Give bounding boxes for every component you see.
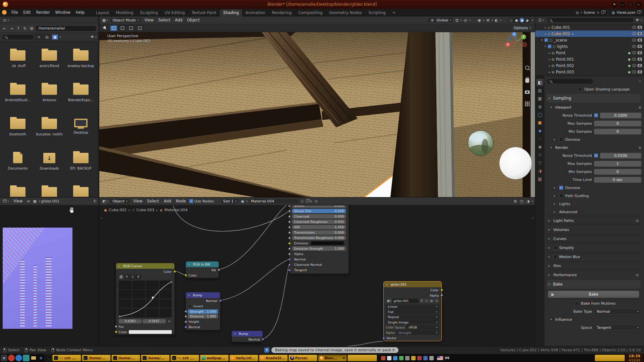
disable-in-render-icon[interactable] bbox=[638, 51, 642, 54]
particles-properties-tab[interactable] bbox=[536, 135, 543, 142]
outliner-row[interactable]: ▸ ✓ △ ▢ ◎ Point ◆ ● bbox=[535, 50, 644, 56]
disable-in-render-icon[interactable] bbox=[638, 70, 642, 73]
forward-icon[interactable]: → bbox=[9, 26, 14, 31]
panel-checkbox[interactable] bbox=[553, 255, 557, 259]
material-slot-dropdown[interactable]: Slot 1 bbox=[221, 198, 239, 204]
hide-in-viewport-icon[interactable] bbox=[632, 70, 636, 73]
fake-user-shield-icon[interactable]: ◇ bbox=[424, 299, 429, 303]
viewport-subpanel-header[interactable]: Viewport ≣ bbox=[546, 103, 641, 111]
outliner-row[interactable]: ▸ ✓ △ ▢ ◎ Cube.001 ◆ ● bbox=[535, 24, 644, 31]
object-properties-tab[interactable] bbox=[536, 119, 543, 126]
preset-icon[interactable]: ≣ bbox=[636, 219, 639, 223]
panel-checkbox[interactable] bbox=[553, 246, 557, 250]
tray-icon[interactable] bbox=[417, 356, 422, 360]
collection-checkbox[interactable]: ✓ bbox=[544, 38, 548, 42]
input-socket[interactable] bbox=[288, 205, 291, 207]
keyboard-layout-flag-icon[interactable] bbox=[437, 356, 443, 360]
properties-panel-header[interactable]: Simplify ≣ bbox=[546, 243, 641, 252]
taskbar-window-button[interactable]: ~: zsh ... bbox=[170, 355, 199, 361]
distance-slider[interactable]: Distance 1.000 bbox=[188, 314, 218, 318]
use-nodes-checkbox[interactable]: ✓ bbox=[189, 199, 193, 203]
viewport-3d-scene[interactable]: X Y Z bbox=[99, 32, 535, 197]
editor-type-selector[interactable]: 🗀 bbox=[2, 18, 10, 22]
taskbar-window-button[interactable]: ~: zsh ... bbox=[52, 355, 81, 361]
workspace-tab[interactable]: Layout bbox=[93, 9, 112, 16]
rgb-curves-node[interactable]: RGB Curves Color C R G B bbox=[116, 263, 175, 335]
node-canvas[interactable]: ▣ Cube.002 ▽ Cube.003 ◉ Material.004 › ‹ bbox=[99, 205, 535, 346]
invert-checkbox[interactable] bbox=[189, 304, 192, 308]
vector-input-socket[interactable] bbox=[382, 337, 385, 340]
taskbar-window-button[interactable]: wallpap... bbox=[200, 355, 229, 361]
color-output-socket[interactable] bbox=[440, 289, 443, 291]
render-min-samples-field[interactable]: 0 bbox=[594, 169, 641, 175]
taskbar-window-button[interactable]: Parsec bbox=[288, 355, 317, 361]
input-socket[interactable] bbox=[288, 253, 291, 255]
image-name-field[interactable]: glider.001 bbox=[392, 299, 419, 303]
node-overlay-icon[interactable]: ◳ bbox=[519, 199, 524, 203]
hide-in-viewport-icon[interactable] bbox=[632, 32, 636, 35]
principled-input-row[interactable]: Sheen 0.000 bbox=[292, 205, 346, 208]
path-guiding-checkbox[interactable] bbox=[559, 194, 563, 198]
curve-channel-button[interactable]: B bbox=[136, 275, 141, 279]
render-noise-threshold-checkbox[interactable]: ✓ bbox=[594, 154, 598, 158]
outliner-row[interactable]: ▸ ✓ △ ▢ ◎ Cube.002 ◆ ● bbox=[535, 31, 644, 37]
shader-editor-menu[interactable]: Add bbox=[161, 198, 173, 204]
shading-rendered-icon[interactable]: ◕ bbox=[525, 18, 530, 22]
workspace-tab[interactable]: Scripting bbox=[365, 9, 389, 16]
curve-channel-button[interactable]: G bbox=[130, 275, 135, 279]
source-dropdown[interactable]: Single Image bbox=[386, 320, 439, 324]
object-data-properties-tab[interactable] bbox=[536, 159, 543, 166]
disable-in-render-icon[interactable] bbox=[638, 64, 642, 67]
folder-icon[interactable] bbox=[30, 355, 37, 361]
outliner-row[interactable]: ▸ ✓ △ ▢ ◎ Point.002 ◆ ● bbox=[535, 62, 644, 69]
sampling-panel-header[interactable]: Sampling bbox=[546, 94, 641, 103]
display-thumbnails-icon[interactable]: ▦ bbox=[52, 34, 58, 40]
delete-point-icon[interactable] bbox=[167, 319, 172, 323]
glider-image-preview[interactable] bbox=[3, 228, 72, 329]
properties-panel-header[interactable]: Curves ≣ bbox=[546, 234, 641, 243]
close-icon[interactable]: × bbox=[636, 2, 641, 7]
expand-arrow-icon[interactable]: ▸ bbox=[549, 51, 550, 55]
pin-icon[interactable]: ⊙ bbox=[314, 199, 319, 203]
render-denoise-panel[interactable]: ✓ Denoise bbox=[546, 184, 641, 192]
file-browser-folder[interactable]: busybox_rootfs bbox=[34, 114, 65, 148]
bump-node[interactable]: Bump Normal Invert Strength 1.000 Distan… bbox=[185, 292, 220, 330]
terminal-icon[interactable]: ›_ bbox=[45, 355, 52, 361]
create-directory-icon[interactable]: ⊞ bbox=[29, 26, 34, 31]
properties-panel-header[interactable]: Motion Blur ≣ bbox=[546, 252, 641, 261]
tray-icon[interactable] bbox=[399, 356, 404, 360]
display-horizontal-list-icon[interactable]: ▤ bbox=[44, 34, 50, 40]
image-name[interactable]: glider.001 bbox=[41, 199, 59, 203]
file-browser-folder[interactable]: _cb_stuff bbox=[2, 46, 34, 80]
input-socket[interactable] bbox=[288, 237, 291, 239]
refresh-image-icon[interactable]: ↻ bbox=[94, 199, 97, 203]
expand-arrow-icon[interactable]: ▸ bbox=[545, 26, 546, 29]
image-editor-canvas[interactable] bbox=[0, 205, 99, 346]
viewport-denoise-checkbox[interactable] bbox=[559, 137, 563, 141]
interpolation-dropdown[interactable]: Linear bbox=[386, 304, 439, 309]
input-socket[interactable] bbox=[288, 226, 291, 229]
taskbar-window-button[interactable]: /home/... bbox=[82, 355, 111, 361]
overlays-icon[interactable]: ◐ bbox=[494, 18, 499, 22]
physics-properties-tab[interactable] bbox=[536, 143, 543, 150]
height-input-socket[interactable] bbox=[184, 320, 187, 323]
bake-type-dropdown[interactable]: Normal bbox=[594, 309, 641, 314]
new-view-layer-icon[interactable] bbox=[637, 11, 640, 14]
principled-input-row[interactable]: Alpha bbox=[292, 252, 346, 256]
outliner-row[interactable]: ▸ ✓ △ ▢ ◎ Point.001 ◆ ● bbox=[535, 56, 644, 62]
sidebar-toggle-icon[interactable]: ‹ bbox=[532, 216, 534, 220]
input-socket[interactable] bbox=[288, 242, 291, 245]
view-layer-selector[interactable]: ViewLayer bbox=[616, 10, 636, 15]
transform-orientation-dropdown[interactable]: ⊕ Global bbox=[427, 17, 453, 23]
new-material-icon[interactable] bbox=[306, 200, 309, 202]
bake-button[interactable]: ▣ Bake bbox=[548, 291, 639, 298]
unlink-image-icon[interactable]: × bbox=[434, 299, 439, 303]
mode-dropdown[interactable]: Object Mode bbox=[110, 17, 141, 23]
workspace-tab[interactable]: UV Editing bbox=[161, 9, 188, 16]
input-socket[interactable] bbox=[288, 247, 291, 250]
principled-input-row[interactable]: Sheen Tint 0.500 bbox=[292, 209, 346, 213]
principled-input-row[interactable]: Normal bbox=[292, 257, 346, 261]
file-browser-folder[interactable]: Desktop bbox=[65, 114, 97, 148]
outliner-search-input[interactable] bbox=[547, 17, 634, 23]
file-browser-folder[interactable]: Documents bbox=[2, 148, 34, 182]
